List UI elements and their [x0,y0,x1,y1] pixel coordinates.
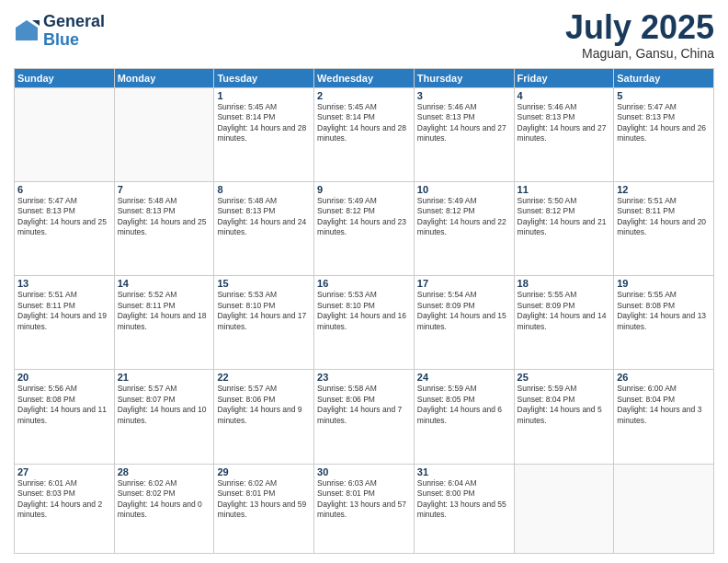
calendar-table: Sunday Monday Tuesday Wednesday Thursday… [14,68,714,554]
header-tuesday: Tuesday [214,68,314,87]
cell-info: Sunrise: 5:46 AM Sunset: 8:13 PM Dayligh… [518,102,611,144]
cell-info: Sunrise: 5:57 AM Sunset: 8:07 PM Dayligh… [118,384,211,426]
cell-info: Sunrise: 5:49 AM Sunset: 8:12 PM Dayligh… [317,196,411,238]
month-title: July 2025 [565,9,714,46]
day-number: 25 [518,372,611,383]
table-row: 15Sunrise: 5:53 AM Sunset: 8:10 PM Dayli… [214,276,314,370]
table-row: 22Sunrise: 5:57 AM Sunset: 8:06 PM Dayli… [214,370,314,464]
day-number: 19 [617,278,711,289]
cell-info: Sunrise: 5:59 AM Sunset: 8:05 PM Dayligh… [417,384,511,426]
table-row: 18Sunrise: 5:55 AM Sunset: 8:09 PM Dayli… [514,276,614,370]
table-row: 25Sunrise: 5:59 AM Sunset: 8:04 PM Dayli… [514,370,614,464]
table-row: 20Sunrise: 5:56 AM Sunset: 8:08 PM Dayli… [15,370,115,464]
day-number: 21 [118,372,211,383]
cell-info: Sunrise: 5:55 AM Sunset: 8:08 PM Dayligh… [617,290,711,332]
table-row: 8Sunrise: 5:48 AM Sunset: 8:13 PM Daylig… [214,181,314,275]
table-row: 27Sunrise: 6:01 AM Sunset: 8:03 PM Dayli… [15,464,115,553]
table-row: 17Sunrise: 5:54 AM Sunset: 8:09 PM Dayli… [414,276,514,370]
table-row: 19Sunrise: 5:55 AM Sunset: 8:08 PM Dayli… [614,276,714,370]
cell-info: Sunrise: 5:52 AM Sunset: 8:11 PM Dayligh… [118,290,211,332]
header-monday: Monday [114,68,214,87]
header-sunday: Sunday [15,68,115,87]
day-number: 6 [17,184,111,195]
cell-info: Sunrise: 5:46 AM Sunset: 8:13 PM Dayligh… [417,102,511,144]
svg-marker-0 [16,20,38,40]
day-number: 14 [118,278,211,289]
cell-info: Sunrise: 5:53 AM Sunset: 8:10 PM Dayligh… [217,290,311,332]
day-number: 17 [417,278,511,289]
day-number: 7 [118,184,211,195]
cell-info: Sunrise: 5:49 AM Sunset: 8:12 PM Dayligh… [417,196,511,238]
cell-info: Sunrise: 6:03 AM Sunset: 8:01 PM Dayligh… [317,478,411,521]
cell-info: Sunrise: 6:00 AM Sunset: 8:04 PM Dayligh… [617,384,711,426]
table-row: 5Sunrise: 5:47 AM Sunset: 8:13 PM Daylig… [614,87,714,181]
day-number: 28 [118,466,211,477]
day-number: 22 [217,372,311,383]
cell-info: Sunrise: 5:53 AM Sunset: 8:10 PM Dayligh… [317,290,411,332]
day-number: 8 [217,184,311,195]
table-row: 6Sunrise: 5:47 AM Sunset: 8:13 PM Daylig… [15,181,115,275]
table-row: 26Sunrise: 6:00 AM Sunset: 8:04 PM Dayli… [614,370,714,464]
header-wednesday: Wednesday [314,68,415,87]
cell-info: Sunrise: 5:51 AM Sunset: 8:11 PM Dayligh… [617,196,711,238]
page: General Blue July 2025 Maguan, Gansu, Ch… [0,0,728,563]
table-row: 16Sunrise: 5:53 AM Sunset: 8:10 PM Dayli… [314,276,415,370]
cell-info: Sunrise: 6:02 AM Sunset: 8:01 PM Dayligh… [217,478,311,521]
table-row: 9Sunrise: 5:49 AM Sunset: 8:12 PM Daylig… [314,181,415,275]
table-row: 11Sunrise: 5:50 AM Sunset: 8:12 PM Dayli… [514,181,614,275]
day-number: 10 [417,184,511,195]
cell-info: Sunrise: 6:04 AM Sunset: 8:00 PM Dayligh… [417,478,511,521]
cell-info: Sunrise: 5:59 AM Sunset: 8:04 PM Dayligh… [518,384,611,426]
day-number: 24 [417,372,511,383]
day-number: 11 [518,184,611,195]
table-row: 4Sunrise: 5:46 AM Sunset: 8:13 PM Daylig… [514,87,614,181]
header-saturday: Saturday [614,68,714,87]
day-number: 4 [518,90,611,101]
day-number: 16 [317,278,411,289]
day-number: 23 [317,372,411,383]
cell-info: Sunrise: 6:02 AM Sunset: 8:02 PM Dayligh… [118,478,211,521]
day-number: 29 [217,466,311,477]
cell-info: Sunrise: 5:47 AM Sunset: 8:13 PM Dayligh… [17,196,111,238]
table-row: 2Sunrise: 5:45 AM Sunset: 8:14 PM Daylig… [314,87,415,181]
cell-info: Sunrise: 5:54 AM Sunset: 8:09 PM Dayligh… [417,290,511,332]
cell-info: Sunrise: 5:48 AM Sunset: 8:13 PM Dayligh… [217,196,311,238]
cell-info: Sunrise: 5:51 AM Sunset: 8:11 PM Dayligh… [17,290,111,332]
logo-text: General Blue [43,13,105,50]
day-number: 3 [417,90,511,101]
cell-info: Sunrise: 5:45 AM Sunset: 8:14 PM Dayligh… [217,102,311,144]
cell-info: Sunrise: 5:55 AM Sunset: 8:09 PM Dayligh… [518,290,611,332]
table-row [114,87,214,181]
table-row: 12Sunrise: 5:51 AM Sunset: 8:11 PM Dayli… [614,181,714,275]
logo-icon [14,18,40,44]
table-row: 23Sunrise: 5:58 AM Sunset: 8:06 PM Dayli… [314,370,415,464]
table-row: 30Sunrise: 6:03 AM Sunset: 8:01 PM Dayli… [314,464,415,553]
header: General Blue July 2025 Maguan, Gansu, Ch… [14,9,714,61]
table-row: 21Sunrise: 5:57 AM Sunset: 8:07 PM Dayli… [114,370,214,464]
table-row: 3Sunrise: 5:46 AM Sunset: 8:13 PM Daylig… [414,87,514,181]
table-row [15,87,115,181]
logo-blue: Blue [43,31,105,50]
cell-info: Sunrise: 5:58 AM Sunset: 8:06 PM Dayligh… [317,384,411,426]
cell-info: Sunrise: 6:01 AM Sunset: 8:03 PM Dayligh… [17,478,111,521]
cell-info: Sunrise: 5:48 AM Sunset: 8:13 PM Dayligh… [118,196,211,238]
table-row: 1Sunrise: 5:45 AM Sunset: 8:14 PM Daylig… [214,87,314,181]
day-number: 15 [217,278,311,289]
day-number: 13 [17,278,111,289]
weekday-header-row: Sunday Monday Tuesday Wednesday Thursday… [15,68,714,87]
table-row [514,464,614,553]
day-number: 2 [317,90,411,101]
table-row: 7Sunrise: 5:48 AM Sunset: 8:13 PM Daylig… [114,181,214,275]
day-number: 9 [317,184,411,195]
cell-info: Sunrise: 5:45 AM Sunset: 8:14 PM Dayligh… [317,102,411,144]
table-row: 13Sunrise: 5:51 AM Sunset: 8:11 PM Dayli… [15,276,115,370]
table-row: 10Sunrise: 5:49 AM Sunset: 8:12 PM Dayli… [414,181,514,275]
title-area: July 2025 Maguan, Gansu, China [565,9,714,61]
day-number: 30 [317,466,411,477]
logo: General Blue [14,13,105,50]
day-number: 12 [617,184,711,195]
header-thursday: Thursday [414,68,514,87]
table-row: 31Sunrise: 6:04 AM Sunset: 8:00 PM Dayli… [414,464,514,553]
day-number: 1 [217,90,311,101]
table-row: 29Sunrise: 6:02 AM Sunset: 8:01 PM Dayli… [214,464,314,553]
